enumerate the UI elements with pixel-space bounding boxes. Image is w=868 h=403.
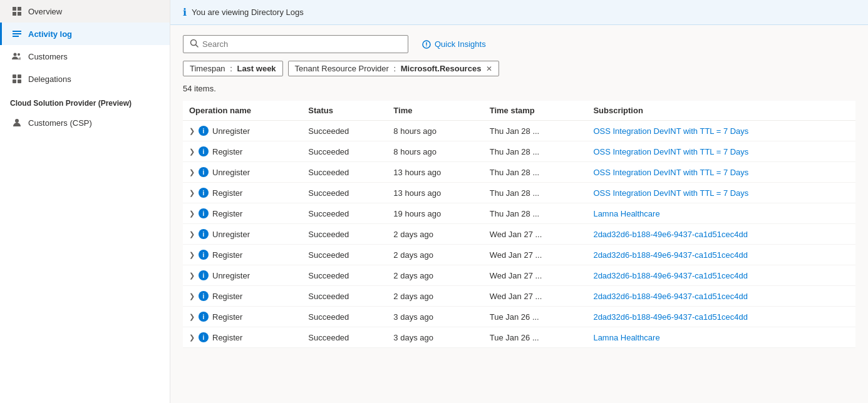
cell-subscription-3: OSS Integration DevINT with TTL = 7 Days [587,183,855,203]
table-row[interactable]: ❯ i Register Succeeded 3 days ago Tue Ja… [183,327,855,348]
row-expand-9[interactable]: ❯ [189,313,195,321]
subscription-link-8[interactable]: 2dad32d6-b188-49e6-9437-ca1d51cec4dd [593,292,748,301]
cell-status-8: Succeeded [302,286,387,307]
table-row[interactable]: ❯ i Unregister Succeeded 2 days ago Wed … [183,224,855,245]
subscription-link-10[interactable]: Lamna Healthcare [593,333,659,342]
cell-time-7: 2 days ago [387,265,483,286]
sidebar-item-activity-log[interactable]: Activity log [0,23,170,45]
cell-status-5: Succeeded [302,224,387,245]
op-name-9: Register [212,312,242,322]
row-expand-6[interactable]: ❯ [189,251,195,259]
col-subscription: Subscription [587,101,855,121]
cell-time-2: 13 hours ago [387,162,483,183]
table-row[interactable]: ❯ i Register Succeeded 3 days ago Tue Ja… [183,307,855,327]
op-name-3: Register [212,188,242,198]
cell-time-9: 3 days ago [387,307,483,327]
svg-point-18 [426,45,427,46]
cell-time-5: 2 days ago [387,224,483,245]
cell-subscription-4: Lamna Healthcare [587,203,855,224]
activity-icon [12,29,22,39]
info-banner: ℹ You are viewing Directory Logs [170,0,868,25]
table-row[interactable]: ❯ i Register Succeeded 13 hours ago Thu … [183,183,855,203]
cell-operation-0: ❯ i Unregister [183,121,302,141]
search-icon [190,39,199,49]
cell-operation-6: ❯ i Register [183,245,302,265]
sidebar-item-delegations-label: Delegations [28,74,71,84]
table-row[interactable]: ❯ i Unregister Succeeded 13 hours ago Th… [183,162,855,183]
table-row[interactable]: ❯ i Unregister Succeeded 2 days ago Wed … [183,265,855,286]
subscription-link-3[interactable]: OSS Integration DevINT with TTL = 7 Days [593,188,748,198]
row-expand-7[interactable]: ❯ [189,272,195,280]
search-box[interactable] [183,35,408,53]
cell-operation-5: ❯ i Unregister [183,224,302,245]
cell-subscription-6: 2dad32d6-b188-49e6-9437-ca1d51cec4dd [587,245,855,265]
search-input[interactable] [202,39,401,49]
subscription-link-1[interactable]: OSS Integration DevINT with TTL = 7 Days [593,147,748,156]
tenant-rp-filter-value: Microsoft.Resources [401,64,482,73]
row-expand-0[interactable]: ❯ [189,127,195,135]
row-expand-3[interactable]: ❯ [189,189,195,197]
content-area: Quick Insights Timespan : Last week Tena… [170,25,868,403]
op-name-8: Register [212,292,242,301]
cell-timestamp-10: Tue Jan 26 ... [483,327,587,348]
table-row[interactable]: ❯ i Register Succeeded 2 days ago Wed Ja… [183,286,855,307]
table-row[interactable]: ❯ i Register Succeeded 2 days ago Wed Ja… [183,245,855,265]
sidebar-section-label: Cloud Solution Provider (Preview) [0,90,170,111]
row-expand-5[interactable]: ❯ [189,230,195,238]
cell-status-7: Succeeded [302,265,387,286]
info-banner-icon: ℹ [183,6,187,18]
table-header: Operation name Status Time Time stamp Su… [183,101,855,121]
subscription-link-2[interactable]: OSS Integration DevINT with TTL = 7 Days [593,168,748,177]
info-circle-9: i [199,312,209,322]
sidebar-item-overview[interactable]: Overview [0,0,170,23]
sidebar-item-customers[interactable]: Customers [0,45,170,68]
cell-status-10: Succeeded [302,327,387,348]
op-name-0: Unregister [212,126,250,136]
svg-rect-2 [13,12,16,16]
cell-subscription-0: OSS Integration DevINT with TTL = 7 Days [587,121,855,141]
svg-rect-0 [13,7,16,11]
row-expand-2[interactable]: ❯ [189,168,195,176]
cell-subscription-2: OSS Integration DevINT with TTL = 7 Days [587,162,855,183]
items-count: 54 items. [183,84,855,93]
info-circle-8: i [199,291,209,301]
svg-rect-10 [18,74,21,78]
info-circle-4: i [199,208,209,218]
quick-insights-button[interactable]: Quick Insights [416,36,492,52]
col-time: Time [387,101,483,121]
row-expand-8[interactable]: ❯ [189,292,195,300]
subscription-link-0[interactable]: OSS Integration DevINT with TTL = 7 Days [593,126,748,136]
row-expand-4[interactable]: ❯ [189,210,195,218]
subscription-link-4[interactable]: Lamna Healthcare [593,209,659,218]
timespan-filter-label: Timespan [190,64,225,73]
cell-timestamp-9: Tue Jan 26 ... [483,307,587,327]
svg-line-15 [196,45,199,48]
sidebar-item-customers-csp[interactable]: Customers (CSP) [0,111,170,134]
subscription-link-6[interactable]: 2dad32d6-b188-49e6-9437-ca1d51cec4dd [593,250,748,260]
table-row[interactable]: ❯ i Register Succeeded 19 hours ago Thu … [183,203,855,224]
svg-point-7 [14,53,17,56]
timespan-filter[interactable]: Timespan : Last week [183,61,283,76]
row-expand-10[interactable]: ❯ [189,334,195,342]
tenant-rp-filter[interactable]: Tenant Resource Provider : Microsoft.Res… [288,61,500,76]
cell-subscription-10: Lamna Healthcare [587,327,855,348]
subscription-link-7[interactable]: 2dad32d6-b188-49e6-9437-ca1d51cec4dd [593,271,748,280]
cell-timestamp-2: Thu Jan 28 ... [483,162,587,183]
cell-status-9: Succeeded [302,307,387,327]
table-row[interactable]: ❯ i Register Succeeded 8 hours ago Thu J… [183,141,855,162]
tenant-rp-filter-remove[interactable]: ✕ [486,64,492,73]
op-name-1: Register [212,147,242,156]
op-name-5: Unregister [212,230,250,239]
quick-insights-label: Quick Insights [435,39,486,49]
table-row[interactable]: ❯ i Unregister Succeeded 8 hours ago Thu… [183,121,855,141]
subscription-link-9[interactable]: 2dad32d6-b188-49e6-9437-ca1d51cec4dd [593,312,748,322]
cell-subscription-1: OSS Integration DevINT with TTL = 7 Days [587,141,855,162]
sidebar-item-delegations[interactable]: Delegations [0,68,170,90]
data-table: Operation name Status Time Time stamp Su… [183,101,855,348]
cell-operation-9: ❯ i Register [183,307,302,327]
row-expand-1[interactable]: ❯ [189,148,195,156]
subscription-link-5[interactable]: 2dad32d6-b188-49e6-9437-ca1d51cec4dd [593,230,748,239]
svg-rect-1 [18,7,21,11]
info-circle-7: i [199,270,209,280]
info-banner-text: You are viewing Directory Logs [192,8,304,17]
